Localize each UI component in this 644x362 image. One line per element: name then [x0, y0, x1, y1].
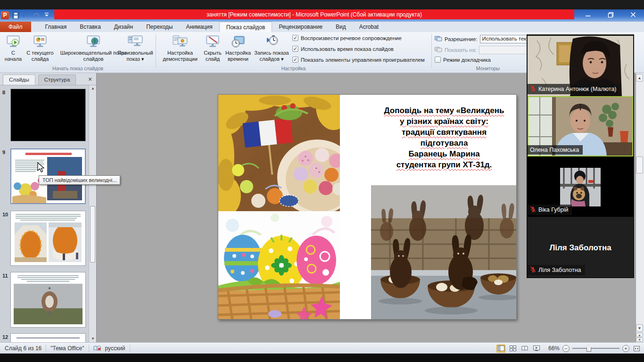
zoom-slider[interactable]: [572, 348, 619, 349]
scroll-down-button[interactable]: ▼: [636, 324, 643, 332]
scrollbar-thumb[interactable]: [636, 156, 643, 173]
slide-text-line: у різних країнах світу:: [371, 116, 517, 127]
participant-name-label: Ліля Заболотна: [528, 265, 585, 275]
participant-name-label: Катерина Антонюк (Малюта): [528, 84, 620, 94]
tab-animations[interactable]: Анимация: [179, 22, 219, 32]
checkbox-checked-icon[interactable]: ✓: [292, 35, 298, 41]
checkbox-checked-icon[interactable]: ✓: [292, 57, 298, 63]
language-indicator[interactable]: русский: [105, 345, 125, 352]
zoom-slider-thumb[interactable]: [586, 345, 591, 352]
save-icon[interactable]: [12, 11, 19, 19]
plus-icon: +: [624, 346, 627, 351]
zoom-percentage[interactable]: 66%: [544, 345, 560, 352]
slide-thumbnail-8[interactable]: [10, 89, 86, 141]
window-title: заняття [Режим совместимости] - Microsof…: [206, 11, 422, 18]
minimize-button[interactable]: [581, 10, 595, 19]
tab-review[interactable]: Рецензирование: [272, 22, 329, 32]
next-slide-button[interactable]: ▼: [636, 337, 643, 342]
group-label-setup: Настройка: [156, 66, 431, 71]
customize-qat-dropdown-icon[interactable]: [43, 11, 50, 19]
slide-number: 9: [2, 149, 5, 155]
zoom-participants-panel[interactable]: Катерина Антонюк (Малюта): [527, 34, 634, 278]
slide-image-chocolate-bunnies: [371, 185, 517, 320]
rehearse-timings-button[interactable]: Настройка времени: [223, 34, 253, 64]
powerpoint-logo-icon[interactable]: P: [1, 11, 9, 19]
reading-view-button[interactable]: [520, 345, 529, 353]
slides-panel-scrollbar[interactable]: ▲ ▼: [89, 85, 96, 342]
participant-name: Ліля Заболотна: [538, 267, 581, 273]
normal-view-button[interactable]: [496, 345, 505, 353]
tab-design[interactable]: Дизайн: [107, 22, 140, 32]
tab-insert[interactable]: Вставка: [73, 22, 107, 32]
double-down-icon: ▼: [638, 338, 641, 341]
tab-home[interactable]: Главная: [39, 22, 74, 32]
checkbox-play-narrations[interactable]: ✓ Воспроизвести речевое сопровождение: [292, 35, 402, 41]
checkbox-checked-icon[interactable]: ✓: [292, 46, 298, 52]
zoom-in-button[interactable]: +: [622, 345, 629, 352]
video-tile-participant-4[interactable]: Ліля Заболотна Ліля Заболотна: [528, 217, 633, 277]
checkbox-label: Использовать время показа слайдов: [301, 46, 394, 52]
slide-thumbnail-11[interactable]: [10, 272, 86, 328]
spellcheck-icon[interactable]: [93, 345, 101, 352]
statusbar-separator: [46, 345, 46, 352]
video-tile-participant-2[interactable]: Олена Пахомська: [528, 96, 633, 156]
participant-name: Катерина Антонюк (Малюта): [538, 86, 617, 92]
tab-outline[interactable]: Структура: [38, 74, 76, 85]
close-button[interactable]: [626, 10, 640, 19]
slide-thumbnail-12[interactable]: [10, 333, 86, 342]
participant-3-avatar: [560, 168, 601, 206]
slide-sorter-view-button[interactable]: [508, 345, 517, 353]
video-tile-participant-3[interactable]: Віка Губрій: [528, 156, 633, 217]
screen-share-title-band: заняття [Режим совместимости] - Microsof…: [54, 9, 574, 19]
checkbox-use-timings[interactable]: ✓ Использовать время показа слайдов: [292, 46, 394, 52]
record-slideshow-label: Запись показа слайдов ▾: [253, 50, 290, 62]
checkbox-presenter-view[interactable]: Режим докладчика: [435, 57, 491, 63]
scroll-up-button[interactable]: ▲: [636, 74, 643, 82]
slideshow-view-button[interactable]: [532, 345, 541, 353]
slide-title-text[interactable]: Доповідь на тему «Великдень у різних кра…: [371, 105, 517, 170]
previous-slide-button[interactable]: ▲: [636, 333, 643, 337]
main-vertical-scrollbar[interactable]: [636, 73, 644, 342]
from-current-slide-button[interactable]: С текущего слайда: [25, 34, 56, 64]
custom-slideshow-button[interactable]: Произвольный показ ▾: [117, 34, 154, 64]
checkbox-show-media-controls[interactable]: ✓ Показать элементы управления проигрыва…: [292, 57, 425, 63]
tab-transitions[interactable]: Переходы: [140, 22, 179, 32]
scroll-down-icon[interactable]: ▼: [89, 336, 97, 342]
fit-to-window-button[interactable]: [632, 345, 641, 353]
record-slideshow-button[interactable]: Запись показа слайдов ▾: [253, 34, 290, 64]
setup-slideshow-button[interactable]: Настройка демонстрации: [159, 34, 201, 64]
zoom-out-button[interactable]: −: [562, 345, 570, 352]
slide-image-painted-eggs-basket: [218, 211, 340, 320]
tab-acrobat[interactable]: Acrobat: [353, 22, 385, 32]
hide-slide-button[interactable]: Скрыть слайд: [202, 34, 223, 64]
tab-slideshow[interactable]: Показ слайдов: [219, 22, 272, 32]
slide-text-line: Баранець Марина: [371, 148, 517, 159]
participant-name-label: Віка Губрій: [528, 205, 572, 215]
slide-counter: Слайд 6 из 16: [5, 345, 41, 352]
undo-icon[interactable]: [22, 11, 30, 19]
theme-name[interactable]: "Тема Office": [50, 345, 84, 352]
from-beginning-button[interactable]: С начала: [3, 34, 24, 64]
scrollbar-thumb[interactable]: [90, 206, 95, 263]
slide-image-eggs-french-flag: [218, 95, 340, 213]
checkbox-unchecked-icon[interactable]: [435, 57, 441, 63]
dropdown-arrow-icon: ▾: [281, 56, 284, 62]
status-bar: Слайд 6 из 16 "Тема Office" русский 66% …: [0, 342, 644, 354]
scroll-up-icon[interactable]: ▲: [89, 85, 97, 92]
statusbar-view-zoom-controls: 66% − +: [496, 343, 641, 354]
ribbon-tab-bar: Файл Главная Вставка Дизайн Переходы Ани…: [0, 22, 644, 32]
tab-view[interactable]: Вид: [329, 22, 353, 32]
current-slide[interactable]: Доповідь на тему «Великдень у різних кра…: [218, 94, 517, 320]
restore-button[interactable]: [603, 10, 618, 19]
muted-mic-icon: [530, 266, 536, 274]
close-panel-icon[interactable]: ✕: [86, 76, 94, 83]
slide-thumbnail-10[interactable]: [10, 211, 86, 266]
tab-file[interactable]: Файл: [0, 22, 31, 32]
slides-panel: Слайды Структура ✕ 8 9: [0, 73, 97, 342]
video-tile-participant-1[interactable]: Катерина Антонюк (Малюта): [528, 36, 633, 96]
window-controls: [581, 10, 640, 19]
muted-mic-icon: [530, 206, 536, 214]
tab-slides-thumbnails[interactable]: Слайды: [3, 74, 35, 85]
redo-icon[interactable]: [33, 11, 40, 19]
minus-icon: −: [564, 346, 567, 351]
